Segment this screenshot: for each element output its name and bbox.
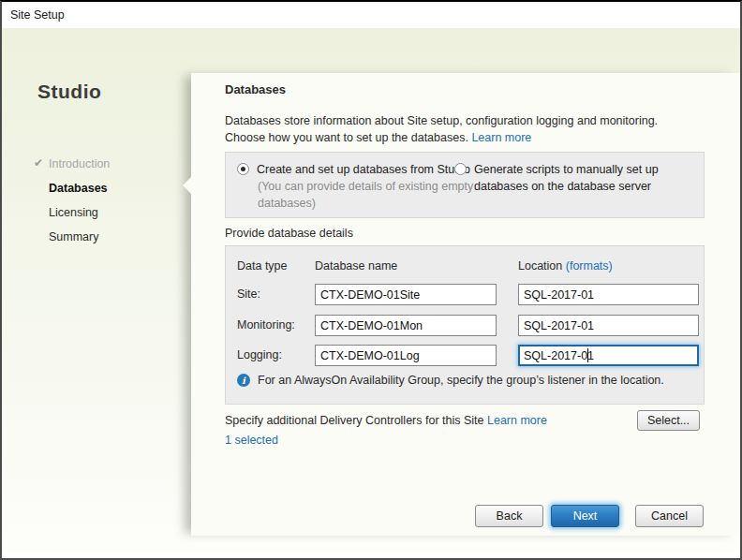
back-button[interactable]: Back	[475, 505, 543, 527]
next-button[interactable]: Next	[551, 505, 619, 527]
radio-button-icon[interactable]	[237, 163, 249, 175]
wizard-steps: ✔ Introduction Databases Licensing Summa…	[2, 152, 191, 249]
learn-more-link-controllers[interactable]: Learn more	[487, 414, 547, 427]
row-label-logging: Logging:	[237, 345, 282, 366]
site-database-name-input[interactable]	[315, 284, 497, 305]
title-bar: Site Setup	[2, 2, 740, 28]
logging-database-name-input[interactable]	[315, 345, 497, 366]
table-row-site: Site:	[226, 284, 704, 306]
logging-location-input[interactable]	[518, 345, 699, 366]
checkmark-icon: ✔	[34, 156, 43, 169]
delivery-controllers-label: Specify additional Delivery Controllers …	[225, 414, 484, 427]
page-title: Databases	[225, 82, 286, 96]
monitoring-database-name-input[interactable]	[315, 315, 497, 336]
step-label: Databases	[49, 182, 108, 195]
step-label: Introduction	[49, 157, 110, 170]
row-label-monitoring: Monitoring:	[237, 315, 295, 336]
column-data-type: Data type	[237, 259, 288, 273]
column-database-name: Database name	[315, 259, 397, 273]
info-text: For an AlwaysOn Availability Group, spec…	[258, 374, 664, 387]
delivery-controllers-row: Specify additional Delivery Controllers …	[225, 414, 547, 427]
details-header-row: Data type Database name Location (format…	[226, 259, 704, 274]
select-controllers-button[interactable]: Select...	[637, 410, 700, 431]
text-caret	[587, 348, 588, 362]
table-row-monitoring: Monitoring:	[226, 315, 704, 337]
site-location-input[interactable]	[518, 284, 699, 305]
sidebar-item-introduction: ✔ Introduction	[2, 152, 191, 176]
formats-link[interactable]: (formats)	[566, 259, 613, 273]
intro-line1: Databases store information about Site s…	[225, 114, 658, 127]
content-panel: Databases Databases store information ab…	[191, 73, 740, 536]
studio-logo: Studio	[37, 81, 101, 103]
option-generate-scripts[interactable]: Generate scripts to manually set up data…	[454, 161, 698, 195]
option-create-databases[interactable]: Create and set up databases from Studio …	[237, 161, 481, 212]
monitoring-location-input[interactable]	[518, 315, 699, 336]
window-title: Site Setup	[10, 8, 65, 22]
step-label: Licensing	[49, 206, 98, 219]
site-setup-window: Site Setup Studio ✔ Introduction Databas…	[0, 0, 742, 560]
radio-button-icon[interactable]	[454, 163, 467, 175]
wizard-body: Studio ✔ Introduction Databases Licensin…	[2, 28, 740, 553]
intro-line2: Choose how you want to set up the databa…	[225, 131, 468, 144]
selected-count-link[interactable]: 1 selected	[225, 434, 278, 447]
info-icon: i	[237, 374, 250, 387]
intro-text: Databases store information about Site s…	[225, 112, 712, 146]
sidebar-item-summary: Summary	[2, 225, 191, 249]
database-setup-option-group: Create and set up databases from Studio …	[225, 152, 705, 218]
column-location: Location (formats)	[518, 259, 613, 273]
option-generate-label: Generate scripts to manually set up data…	[474, 161, 685, 195]
cancel-button[interactable]: Cancel	[635, 505, 704, 527]
option-create-note: (You can provide details of existing emp…	[258, 178, 481, 212]
row-label-site: Site:	[237, 284, 260, 305]
learn-more-link-databases[interactable]: Learn more	[471, 131, 531, 144]
database-details-group: Data type Database name Location (format…	[225, 245, 705, 405]
sidebar-item-databases: Databases	[2, 176, 191, 200]
table-row-logging: Logging:	[226, 345, 704, 367]
option-create-label: Create and set up databases from Studio	[257, 163, 470, 176]
step-label: Summary	[49, 230, 98, 243]
column-location-label: Location	[518, 259, 562, 273]
alwayson-info-note: i For an AlwaysOn Availability Group, sp…	[237, 374, 664, 387]
current-step-notch	[183, 177, 191, 194]
sidebar-item-licensing: Licensing	[2, 200, 191, 225]
details-section-title: Provide database details	[225, 227, 353, 240]
sidebar: Studio ✔ Introduction Databases Licensin…	[2, 28, 191, 553]
